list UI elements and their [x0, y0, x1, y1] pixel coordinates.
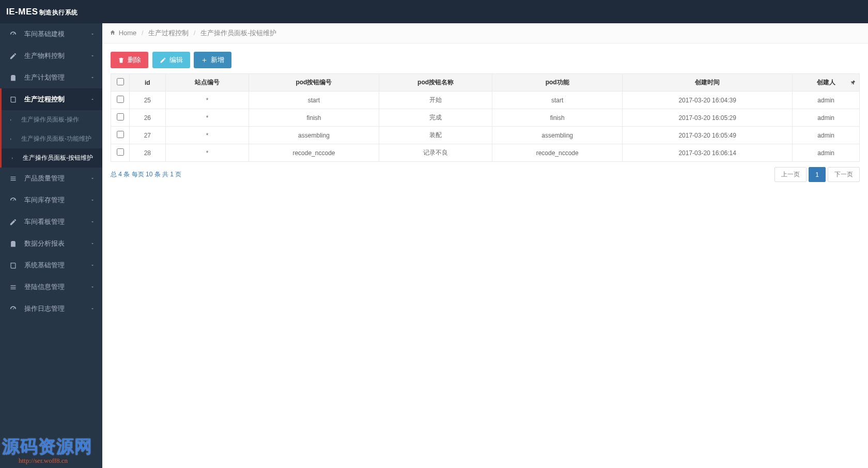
- breadcrumb-item-0[interactable]: 生产过程控制: [148, 29, 189, 37]
- sidebar-sublink[interactable]: 生产操作员面板-功能维护: [2, 129, 102, 148]
- col-func[interactable]: pod功能: [492, 74, 623, 92]
- sidebar-link[interactable]: 生产过程控制: [2, 88, 102, 110]
- dashboard-icon: [9, 30, 17, 38]
- col-creator[interactable]: 创建人: [793, 74, 860, 92]
- cell-id: 25: [130, 92, 166, 109]
- sidebar-link[interactable]: 车间看板管理: [2, 211, 102, 233]
- book-icon: [9, 95, 17, 103]
- breadcrumb-sep: /: [194, 29, 196, 37]
- delete-label: 删除: [128, 55, 141, 65]
- cell-id: 26: [130, 109, 166, 127]
- sidebar-link[interactable]: 产品质量管理: [2, 168, 102, 189]
- cell-created: 2017-03-20 16:05:29: [622, 109, 792, 127]
- sidebar-link[interactable]: 系统基础管理: [2, 254, 102, 276]
- sidebar-item-label: 产品质量管理: [24, 174, 65, 183]
- sidebar-sublink[interactable]: 生产操作员面板-操作: [2, 110, 102, 129]
- table-row[interactable]: 28*recode_nccode记录不良recode_nccode2017-03…: [111, 144, 860, 162]
- list-icon: [9, 283, 17, 291]
- sidebar-subitem-3-2[interactable]: 生产操作员面板-按钮维护: [0, 148, 102, 168]
- row-checkbox[interactable]: [117, 131, 124, 138]
- breadcrumb-home[interactable]: Home: [119, 29, 137, 37]
- sidebar: 车间基础建模生产物料控制生产计划管理生产过程控制生产操作员面板-操作生产操作员面…: [0, 23, 102, 468]
- col-created[interactable]: 创建时间: [622, 74, 792, 92]
- toolbar: 删除 编辑 新增: [111, 52, 860, 68]
- select-all-checkbox[interactable]: [117, 78, 124, 85]
- sidebar-item-label: 登陆信息管理: [24, 282, 65, 292]
- sidebar-sublink[interactable]: 生产操作员面板-按钮维护: [3, 148, 102, 168]
- cell-btnname: 开始: [379, 92, 492, 109]
- edit-icon: [9, 52, 17, 60]
- sidebar-subitem-3-0[interactable]: 生产操作员面板-操作: [2, 110, 102, 129]
- cell-creator: admin: [793, 109, 860, 127]
- sidebar-item-0[interactable]: 车间基础建模: [0, 23, 102, 45]
- add-button[interactable]: 新增: [194, 52, 231, 68]
- sidebar-item-3[interactable]: 生产过程控制生产操作员面板-操作生产操作员面板-功能维护生产操作员面板-按钮维护: [0, 88, 102, 168]
- list-icon: [9, 174, 17, 183]
- cell-func: finish: [492, 109, 623, 127]
- sidebar-item-10[interactable]: 操作日志管理: [0, 298, 102, 320]
- cell-func: assembling: [492, 127, 623, 144]
- cell-created: 2017-03-20 16:06:14: [622, 144, 792, 162]
- sidebar-item-4[interactable]: 产品质量管理: [0, 168, 102, 189]
- chevron-down-icon: [90, 32, 95, 37]
- col-btnno[interactable]: pod按钮编号: [249, 74, 379, 92]
- add-label: 新增: [211, 55, 224, 65]
- sidebar-link[interactable]: 生产计划管理: [2, 67, 102, 88]
- sidebar-link[interactable]: 登陆信息管理: [2, 276, 102, 298]
- sidebar-item-label: 车间库存管理: [24, 195, 65, 205]
- cell-creator: admin: [793, 92, 860, 109]
- sidebar-subitem-label: 生产操作员面板-操作: [21, 115, 79, 124]
- row-checkbox[interactable]: [117, 96, 124, 103]
- row-checkbox[interactable]: [117, 148, 124, 156]
- breadcrumb-item-1: 生产操作员面板-按钮维护: [200, 29, 276, 37]
- chevron-up-icon: [90, 97, 95, 102]
- sidebar-subitem-3-1[interactable]: 生产操作员面板-功能维护: [2, 129, 102, 148]
- cell-btnno: recode_nccode: [249, 144, 379, 162]
- cell-btnname: 完成: [379, 109, 492, 127]
- sidebar-item-9[interactable]: 登陆信息管理: [0, 276, 102, 298]
- sidebar-item-8[interactable]: 系统基础管理: [0, 254, 102, 276]
- sidebar-item-label: 生产计划管理: [24, 73, 65, 82]
- row-checkbox[interactable]: [117, 113, 124, 120]
- pagination: 上一页 1 下一页: [774, 167, 860, 182]
- page-prev[interactable]: 上一页: [774, 167, 807, 182]
- header-checkbox-col: [111, 74, 130, 92]
- sidebar-link[interactable]: 生产物料控制: [2, 45, 102, 67]
- table-row[interactable]: 26*finish完成finish2017-03-20 16:05:29admi…: [111, 109, 860, 127]
- brand: IE-MES制造执行系统: [6, 7, 78, 17]
- cell-btnname: 装配: [379, 127, 492, 144]
- sidebar-link[interactable]: 车间基础建模: [2, 23, 102, 45]
- chevron-down-icon: [90, 284, 95, 290]
- table-row[interactable]: 25*start开始start2017-03-20 16:04:39admin: [111, 92, 860, 109]
- sidebar-link[interactable]: 车间库存管理: [2, 189, 102, 211]
- cell-id: 27: [130, 127, 166, 144]
- chevron-right-icon: [9, 137, 15, 141]
- col-id[interactable]: id: [130, 74, 166, 92]
- cell-btnno: assembling: [249, 127, 379, 144]
- chevron-down-icon: [90, 75, 95, 80]
- breadcrumb-sep: /: [142, 29, 144, 37]
- clipboard-icon: [9, 239, 17, 248]
- table-row[interactable]: 27*assembling装配assembling2017-03-20 16:0…: [111, 127, 860, 144]
- col-btnname[interactable]: pod按钮名称: [379, 74, 492, 92]
- sidebar-item-7[interactable]: 数据分析报表: [0, 233, 102, 254]
- sidebar-item-label: 车间基础建模: [24, 29, 65, 39]
- pin-icon[interactable]: [851, 80, 856, 85]
- sidebar-link[interactable]: 操作日志管理: [2, 298, 102, 320]
- cell-btnname: 记录不良: [379, 144, 492, 162]
- sidebar-item-2[interactable]: 生产计划管理: [0, 67, 102, 88]
- sidebar-item-label: 操作日志管理: [24, 304, 65, 313]
- edit-button[interactable]: 编辑: [152, 52, 190, 68]
- cell-site: *: [165, 144, 249, 162]
- sidebar-link[interactable]: 数据分析报表: [2, 233, 102, 254]
- page-next[interactable]: 下一页: [828, 167, 860, 182]
- sidebar-item-1[interactable]: 生产物料控制: [0, 45, 102, 67]
- sidebar-item-5[interactable]: 车间库存管理: [0, 189, 102, 211]
- breadcrumb: Home / 生产过程控制 / 生产操作员面板-按钮维护: [102, 23, 868, 43]
- delete-button[interactable]: 删除: [111, 52, 148, 68]
- col-site[interactable]: 站点编号: [165, 74, 249, 92]
- chevron-down-icon: [90, 53, 95, 58]
- sidebar-item-6[interactable]: 车间看板管理: [0, 211, 102, 233]
- dashboard-icon: [9, 196, 17, 204]
- page-1[interactable]: 1: [809, 167, 826, 182]
